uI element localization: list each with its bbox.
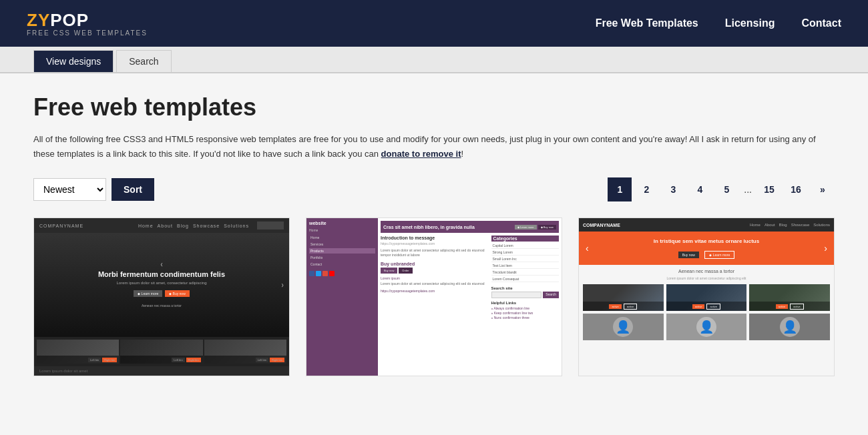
message-sidebar-item-4: Portfolio	[309, 255, 375, 260]
logo-zy: ZY	[27, 10, 50, 30]
goodness-card-1-overlay: active active	[583, 302, 664, 311]
bridges-buy-btn: ◆ Buy now	[165, 290, 190, 297]
donate-link[interactable]: donate to remove it	[381, 149, 461, 159]
social-icon-fb	[309, 271, 314, 276]
goodness-card-3-btn1: active	[776, 304, 788, 309]
page-btn-3[interactable]: 3	[661, 177, 685, 201]
template-card-bridges[interactable]: COMPANYNAME Home About Blog Showcase Sol…	[33, 218, 290, 376]
message-search-input	[491, 292, 542, 298]
sort-button[interactable]: Sort	[112, 178, 154, 201]
page-btn-5[interactable]: 5	[714, 177, 738, 201]
goodness-card-2-overlay: active active	[666, 302, 747, 311]
message-helpful-links: » Always confirmation line » Keep confir…	[491, 306, 559, 320]
message-purchase-btn1: Buy now	[381, 268, 397, 274]
controls-row: Newest Oldest A-Z Sort 1 2 3 4 5 ... 15 …	[33, 177, 835, 201]
bridges-img-3-btn2: Right btn	[270, 358, 284, 362]
goodness-nav-blog: Blog	[779, 223, 787, 227]
bridges-prev-arrow: ❮	[160, 262, 163, 266]
bridges-img-2-btn2: Right btn	[186, 358, 201, 362]
nav-contact[interactable]: Contact	[801, 17, 841, 29]
tab-search[interactable]: Search	[116, 50, 171, 72]
sort-select[interactable]: Newest Oldest A-Z	[33, 178, 106, 201]
message-section2: Buy unbranded Buy now Order Lorem ipsum …	[381, 262, 489, 293]
goodness-card-2-btn2: active	[706, 304, 720, 310]
message-sidebar-item-2: Services	[309, 242, 375, 247]
template-thumb-bridges: COMPANYNAME Home About Blog Showcase Sol…	[34, 218, 289, 376]
bridges-hero-sub: Lorem ipsum dolor sit amet, consectetur …	[116, 281, 206, 285]
goodness-hero-btn2: ◆ Learn more	[704, 251, 734, 259]
goodness-card-1: active active	[583, 284, 664, 311]
goodness-hero-btn1: Buy now	[678, 252, 699, 258]
message-purchase-btns: Buy now Order	[381, 268, 489, 274]
goodness-card-3: active active	[749, 284, 830, 311]
bridges-img-3-overlay: Left btn Right btn	[204, 356, 286, 364]
goodness-card-2-btn1: active	[692, 304, 704, 309]
message-categories-title: Categories	[491, 236, 559, 242]
nav-free-web-templates[interactable]: Free Web Templates	[596, 17, 698, 29]
template-card-message[interactable]: website Home Home Services Products Port…	[306, 218, 562, 376]
template-thumb-goodness: COMPANYNAME Home About Blog Showcase Sol…	[579, 218, 834, 376]
nav-licensing[interactable]: Licensing	[725, 17, 775, 29]
goodness-nav-about: About	[765, 223, 775, 227]
message-cat-3: Small Lorem Inc	[491, 256, 559, 262]
bridges-hero: ❮ Morbi fermentum condimentum felis Lore…	[34, 233, 289, 337]
templates-grid: COMPANYNAME Home About Blog Showcase Sol…	[33, 218, 835, 376]
logo-sub: FREE CSS WEB TEMPLATES	[27, 29, 148, 37]
message-main: Cras sit amet nibh libero, in gravida nu…	[378, 218, 562, 376]
page-btn-1[interactable]: 1	[608, 177, 632, 201]
bridges-hero-buttons: ◆ Learn more ◆ Buy now	[134, 290, 190, 297]
page-btn-15[interactable]: 15	[757, 177, 781, 201]
message-intro-text: Lorem ipsum dolor sit amet consectetur a…	[381, 248, 489, 258]
page-btn-16[interactable]: 16	[784, 177, 808, 201]
page-title: Free web templates	[33, 93, 835, 121]
goodness-hero-next: ›	[824, 243, 827, 254]
main-nav: Free Web Templates Licensing Contact	[596, 17, 841, 29]
goodness-nav: COMPANYNAME Home About Blog Showcase Sol…	[579, 218, 834, 232]
bridges-nav-item: Showcase	[193, 224, 220, 228]
bridges-img-3-btn1: Left btn	[256, 358, 268, 362]
page-btn-4[interactable]: 4	[688, 177, 712, 201]
social-icon-gp	[322, 271, 328, 276]
goodness-card2-2: 👤	[666, 314, 747, 340]
logo-pop: POP	[50, 10, 89, 30]
message-sidebar: website Home Home Services Products Port…	[306, 218, 378, 376]
message-search-btn: Search	[543, 292, 559, 298]
message-categories-list: Capital Lorem Strong Lorem Small Lorem I…	[491, 243, 559, 282]
message-sidebar-tagline: Home	[309, 228, 375, 232]
sort-area: Newest Oldest A-Z Sort	[33, 178, 154, 201]
page-btn-next[interactable]: »	[811, 177, 835, 201]
message-link-2: » Keep confirmation line two	[491, 311, 559, 315]
template-name-bridges: bridges	[34, 376, 289, 376]
bridges-nav-logo: COMPANYNAME	[39, 224, 83, 228]
message-cat-6: Lorem Consequat	[491, 276, 559, 282]
bridges-nav: COMPANYNAME Home About Blog Showcase Sol…	[34, 218, 289, 233]
goodness-card-1-btn2: active	[624, 304, 637, 310]
message-search-bar: Search	[491, 292, 559, 298]
goodness-card2-3: 👤	[749, 314, 830, 340]
goodness-nav-showcase: Showcase	[791, 223, 810, 227]
message-sidebar-social	[309, 271, 375, 276]
message-sidebar-item-1: Home	[309, 235, 375, 240]
template-card-goodness[interactable]: COMPANYNAME Home About Blog Showcase Sol…	[578, 218, 835, 376]
message-cat-4: Text List Item	[491, 263, 559, 269]
goodness-card-3-overlay: active active	[749, 302, 830, 311]
goodness-hero-text: In tristique sem vitae metus ornare luct…	[654, 238, 759, 259]
pagination: 1 2 3 4 5 ... 15 16 »	[608, 177, 835, 201]
message-buy-btn: ◆ Buy now	[538, 225, 556, 230]
page-btn-2[interactable]: 2	[634, 177, 658, 201]
bridges-footer: Lorem ipsum dolor sit amet	[34, 366, 289, 376]
message-lorem-title: Lorem ipsum	[381, 276, 489, 280]
bridges-next-arrow: ❯	[281, 283, 284, 287]
bridges-img-1-btn1: Left btn	[88, 358, 101, 362]
message-cat-2: Strong Lorem	[491, 250, 559, 256]
bridges-learn-btn: ◆ Learn more	[134, 290, 162, 297]
bridges-img-1: Left btn Right btn	[37, 340, 119, 364]
page-dots: ...	[741, 184, 754, 195]
header: ZYPOP FREE CSS WEB TEMPLATES Free Web Te…	[0, 0, 868, 47]
bridges-nav-item: Solutions	[224, 224, 249, 228]
goodness-grid-bottom: 👤 👤 👤	[579, 314, 834, 343]
message-search-area: Search site Search	[491, 286, 559, 298]
tab-view-designs[interactable]: View designs	[33, 50, 114, 72]
message-lorem-text: Lorem ipsum dolor sit amet consectetur a…	[381, 282, 489, 286]
goodness-nav-home: Home	[750, 223, 761, 227]
